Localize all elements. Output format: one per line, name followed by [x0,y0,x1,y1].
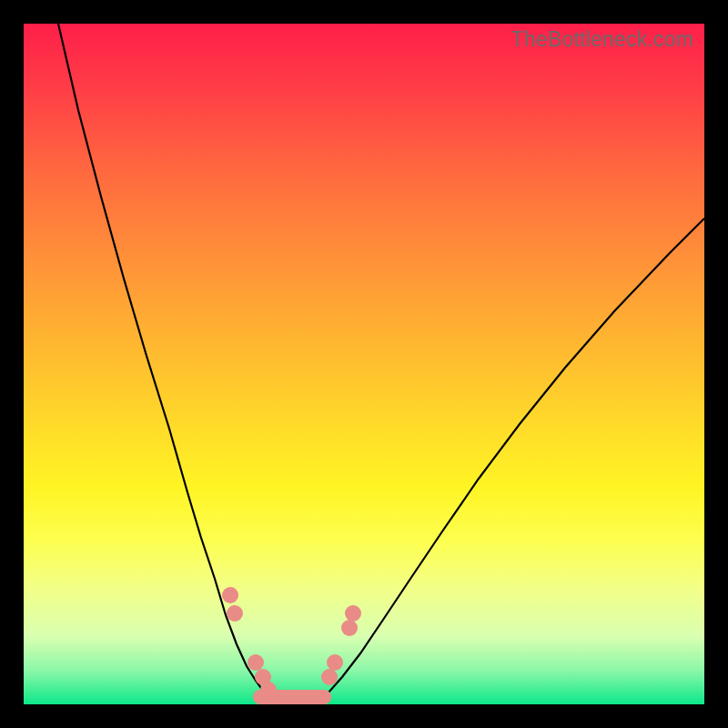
point-right-upper-3 [341,620,358,636]
point-left-upper-2 [227,605,243,622]
point-right-upper-1 [327,654,343,671]
data-points [222,587,361,698]
chart-svg [24,24,704,704]
chart-frame: TheBottleneck.com [0,0,728,728]
curve-right [318,218,704,701]
curve-left [58,24,274,701]
point-right-upper-2 [321,669,338,685]
point-left-lower-1 [248,654,264,671]
point-right-upper-4 [345,605,361,622]
point-left-upper-1 [222,587,238,603]
chart-plot-area: TheBottleneck.com [24,24,704,704]
